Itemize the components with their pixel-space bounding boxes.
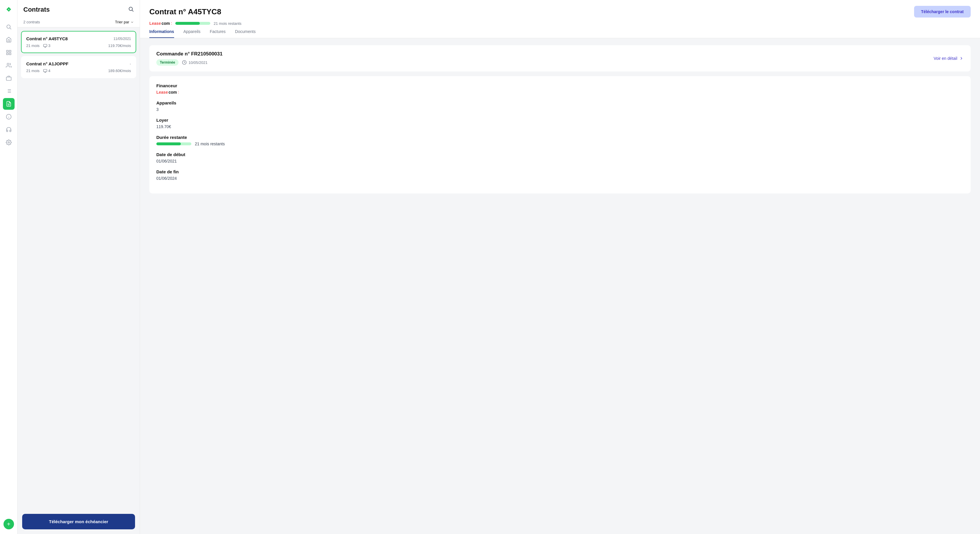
svg-point-0 bbox=[7, 25, 10, 28]
date-debut-value: 01/06/2021 bbox=[156, 159, 964, 163]
loyer-value: 119.70€ bbox=[156, 124, 964, 129]
svg-line-1 bbox=[10, 28, 11, 29]
contract-card-footer: 21 mois 3 119.70€/mois bbox=[26, 43, 131, 48]
contracts-left-panel: Contrats 2 contrats Trier par Contrat n°… bbox=[18, 0, 140, 534]
duree-progress-fill bbox=[156, 142, 181, 145]
sidebar: + bbox=[0, 0, 18, 534]
command-meta: Terminée 10/05/2021 bbox=[156, 59, 223, 65]
telecharger-contract-button[interactable]: Télécharger le contrat bbox=[914, 6, 970, 18]
svg-rect-2 bbox=[6, 51, 8, 52]
duree-label: Durée restante bbox=[156, 135, 964, 140]
financeur-leasecom-logo: Lease com ⁚ bbox=[156, 90, 964, 94]
svg-rect-3 bbox=[9, 51, 11, 52]
contract-main-title: Contrat n° A45TYC8 bbox=[150, 7, 221, 16]
date-fin-label: Date de fin bbox=[156, 169, 964, 174]
main-header-top: Contrat n° A45TYC8 Télécharger le contra… bbox=[150, 6, 970, 18]
left-panel-title: Contrats bbox=[23, 6, 49, 13]
app-logo[interactable] bbox=[4, 5, 13, 14]
svg-point-19 bbox=[8, 142, 10, 143]
svg-rect-4 bbox=[6, 53, 8, 55]
leasecom-lease-text: Lease bbox=[150, 21, 161, 26]
contract-card-header: Contrat n° A45TYC8 11/05/2021 bbox=[26, 36, 131, 41]
contracts-list: Contrat n° A45TYC8 11/05/2021 21 mois 3 … bbox=[18, 27, 140, 509]
sort-by-button[interactable]: Trier par bbox=[115, 20, 134, 24]
financeur-row: Financeur Lease com ⁚ bbox=[156, 83, 964, 94]
fab-add-button[interactable]: + bbox=[3, 519, 14, 529]
duree-progress-row: 21 mois restants bbox=[156, 142, 964, 146]
contract-card-footer-2: 21 mois 4 189.60€/mois bbox=[26, 69, 131, 73]
leasecom-dots-icon: ⁚ bbox=[171, 22, 172, 25]
contract-duration: 21 mois bbox=[26, 43, 40, 48]
contract-card-a45tyc8[interactable]: Contrat n° A45TYC8 11/05/2021 21 mois 3 … bbox=[21, 31, 136, 53]
financeur-com: com bbox=[169, 90, 177, 94]
sidebar-item-home[interactable] bbox=[3, 34, 14, 46]
duree-mois: 21 mois restants bbox=[195, 142, 225, 146]
sidebar-item-info[interactable] bbox=[3, 111, 14, 123]
financeur-label: Financeur bbox=[156, 83, 964, 88]
tab-informations[interactable]: Informations bbox=[150, 29, 174, 38]
left-panel-header: Contrats bbox=[18, 0, 140, 17]
command-info: Commande n° FR210500031 Terminée 10/05/2… bbox=[156, 51, 223, 65]
date-debut-row: Date de début 01/06/2021 bbox=[156, 152, 964, 163]
sidebar-item-headset[interactable] bbox=[3, 124, 14, 135]
svg-rect-22 bbox=[43, 44, 47, 46]
sidebar-item-briefcase[interactable] bbox=[3, 72, 14, 84]
main-header: Contrat n° A45TYC8 Télécharger le contra… bbox=[140, 0, 980, 38]
main-body: Commande n° FR210500031 Terminée 10/05/2… bbox=[140, 38, 980, 534]
contract-price: 119.70€/mois bbox=[108, 43, 131, 48]
contract-card-meta-2: 21 mois 4 bbox=[26, 69, 51, 73]
main-tabs: Informations Appareils Factures Document… bbox=[150, 29, 970, 38]
duree-row: Durée restante 21 mois restants bbox=[156, 135, 964, 146]
header-progress-fill bbox=[175, 22, 200, 25]
left-panel-subheader: 2 contrats Trier par bbox=[18, 17, 140, 27]
date-fin-row: Date de fin 01/06/2024 bbox=[156, 169, 964, 181]
contract-card-date: 11/05/2021 bbox=[113, 37, 131, 41]
info-section: Financeur Lease com ⁚ Appareils 3 Loyer … bbox=[150, 76, 970, 193]
contract-duration-2: 21 mois bbox=[26, 69, 40, 73]
duree-progress-bar bbox=[156, 142, 191, 145]
voir-detail-button[interactable]: Voir en détail bbox=[934, 56, 964, 61]
contract-card-a1joppf[interactable]: Contrat n° A1JOPPF - 21 mois 4 189.60€/m… bbox=[21, 56, 136, 78]
sidebar-item-list[interactable] bbox=[3, 85, 14, 97]
header-mois-restants: 21 mois restants bbox=[214, 21, 242, 26]
command-title: Commande n° FR210500031 bbox=[156, 51, 223, 57]
search-icon[interactable] bbox=[128, 6, 134, 13]
sidebar-bottom: + bbox=[3, 516, 14, 529]
contract-card-header-2: Contrat n° A1JOPPF - bbox=[26, 61, 131, 66]
download-schedule-button[interactable]: Télécharger mon échéancier bbox=[22, 514, 135, 529]
leasecom-com-text: com bbox=[162, 21, 170, 26]
terminee-badge: Terminée bbox=[156, 59, 178, 65]
command-card: Commande n° FR210500031 Terminée 10/05/2… bbox=[150, 45, 970, 72]
svg-point-6 bbox=[7, 63, 9, 65]
sidebar-item-contracts[interactable] bbox=[3, 98, 14, 110]
svg-rect-5 bbox=[9, 53, 11, 55]
financeur-lease: Lease bbox=[156, 90, 168, 94]
contract-card-title-2: Contrat n° A1JOPPF bbox=[26, 61, 68, 66]
date-fin-value: 01/06/2024 bbox=[156, 176, 964, 181]
command-date: 10/05/2021 bbox=[182, 60, 207, 65]
download-btn-container: Télécharger mon échéancier bbox=[18, 509, 140, 534]
appareils-row: Appareils 3 bbox=[156, 100, 964, 112]
date-debut-label: Date de début bbox=[156, 152, 964, 157]
header-progress-bar bbox=[175, 22, 210, 25]
sidebar-item-chart[interactable] bbox=[3, 47, 14, 58]
appareils-label: Appareils bbox=[156, 100, 964, 105]
sidebar-item-settings[interactable] bbox=[3, 137, 14, 148]
contract-price-2: 189.60€/mois bbox=[108, 69, 131, 73]
contract-devices-2: 4 bbox=[43, 69, 51, 73]
main-content: Contrat n° A45TYC8 Télécharger le contra… bbox=[140, 0, 980, 534]
tab-factures[interactable]: Factures bbox=[210, 29, 226, 38]
svg-rect-7 bbox=[6, 77, 11, 81]
tab-appareils[interactable]: Appareils bbox=[183, 29, 200, 38]
chevron-right-icon bbox=[959, 56, 964, 61]
contract-status-row: Lease com ⁚ 21 mois restants bbox=[150, 21, 970, 26]
financeur-dots-icon: ⁚ bbox=[178, 91, 179, 94]
sidebar-item-search[interactable] bbox=[3, 21, 14, 33]
contract-devices: 3 bbox=[43, 43, 51, 48]
tab-documents[interactable]: Documents bbox=[235, 29, 256, 38]
svg-line-21 bbox=[132, 10, 134, 12]
loyer-row: Loyer 119.70€ bbox=[156, 118, 964, 129]
appareils-value: 3 bbox=[156, 107, 964, 112]
command-card-left: Commande n° FR210500031 Terminée 10/05/2… bbox=[156, 51, 223, 65]
sidebar-item-users[interactable] bbox=[3, 59, 14, 71]
